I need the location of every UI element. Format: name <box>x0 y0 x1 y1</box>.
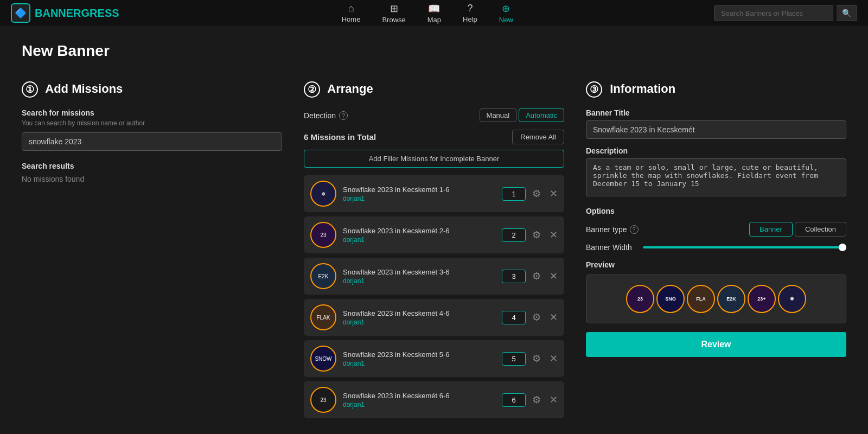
mission-author: dorjan1 <box>343 318 495 326</box>
mission-number-input[interactable] <box>502 270 526 283</box>
section1-num: ① <box>22 81 38 98</box>
automatic-button[interactable]: Automatic <box>519 108 564 122</box>
brand-name: BANNERGRESS <box>35 7 119 20</box>
results-label: Search results <box>22 162 282 170</box>
mission-remove-icon[interactable]: ✕ <box>550 229 558 241</box>
banner-type-row: Banner type ? Banner Collection <box>586 222 846 237</box>
banner-title-label: Banner Title <box>586 108 846 117</box>
mission-gear-icon[interactable]: ⚙ <box>532 353 541 365</box>
type-banner-button[interactable]: Banner <box>749 222 793 237</box>
section-information: ③ Information Banner Title Description O… <box>586 81 846 423</box>
mission-gear-icon[interactable]: ⚙ <box>532 394 541 406</box>
preview-thumb: 23 <box>626 285 654 313</box>
banner-type-buttons: Banner Collection <box>749 222 846 237</box>
banner-type-help-icon[interactable]: ? <box>630 225 639 234</box>
nav-map[interactable]: 📖 Map <box>427 3 441 24</box>
banner-width-slider[interactable] <box>643 246 846 248</box>
mission-number-input[interactable] <box>502 311 526 324</box>
remove-all-button[interactable]: Remove All <box>512 130 564 144</box>
mission-number-input[interactable] <box>502 187 526 201</box>
mission-author: dorjan1 <box>343 360 495 367</box>
section2-num: ② <box>304 81 320 98</box>
mission-name: Snowflake 2023 in Kecskemét 3-6 <box>343 268 495 276</box>
preview-thumb: FLA <box>687 285 715 313</box>
map-icon: 📖 <box>428 3 440 15</box>
nav-home[interactable]: ⌂ Home <box>342 3 361 24</box>
options-title: Options <box>586 207 846 215</box>
mission-thumb: SNOW <box>310 346 336 372</box>
mission-remove-icon[interactable]: ✕ <box>550 394 558 406</box>
mission-info: Snowflake 2023 in Kecskemét 3-6 dorjan1 <box>343 268 495 285</box>
nav-search-input[interactable] <box>714 5 833 21</box>
missions-count-row: 6 Missions in Total Remove All <box>304 130 564 144</box>
section3-heading: ③ Information <box>586 81 846 98</box>
section1-heading: ① Add Missions <box>22 81 282 98</box>
nav-help[interactable]: ? Help <box>463 3 477 24</box>
mission-item: 23 Snowflake 2023 in Kecskemét 2-6 dorja… <box>304 216 564 253</box>
arrange-top-row: Detection ? Manual Automatic <box>304 108 564 122</box>
missions-list: ❄ Snowflake 2023 in Kecskemét 1-6 dorjan… <box>304 175 564 418</box>
preview-thumb: SNO <box>656 285 685 313</box>
mission-number-input[interactable] <box>502 228 526 242</box>
nav-center: ⌂ Home ⊞ Browse 📖 Map ? Help ⊕ New <box>141 3 714 24</box>
browse-icon: ⊞ <box>390 3 398 15</box>
preview-thumb: 23+ <box>748 285 776 313</box>
nav-search-button[interactable]: 🔍 <box>837 5 857 21</box>
no-results-text: No missions found <box>22 175 282 183</box>
preview-thumb: ❄ <box>778 285 806 313</box>
mission-name: Snowflake 2023 in Kecskemét 1-6 <box>343 186 495 194</box>
mission-thumb: E2K <box>310 263 336 289</box>
description-label: Description <box>586 146 846 155</box>
mission-item: E2K Snowflake 2023 in Kecskemét 3-6 dorj… <box>304 258 564 295</box>
mission-gear-icon[interactable]: ⚙ <box>532 311 541 323</box>
mission-remove-icon[interactable]: ✕ <box>550 311 558 323</box>
mission-author: dorjan1 <box>343 195 495 202</box>
mission-thumb: 23 <box>310 387 336 413</box>
mission-number-input[interactable] <box>502 352 526 366</box>
mission-thumb: FLAK <box>310 304 336 330</box>
help-icon: ? <box>467 3 473 14</box>
nav-new[interactable]: ⊕ New <box>499 3 513 24</box>
mission-item: FLAK Snowflake 2023 in Kecskemét 4-6 dor… <box>304 299 564 336</box>
detection-label: Detection <box>304 111 336 120</box>
mission-author: dorjan1 <box>343 401 495 409</box>
search-label: Search for missions <box>22 108 282 117</box>
mission-gear-icon[interactable]: ⚙ <box>532 270 541 282</box>
mission-search-input[interactable] <box>22 132 282 151</box>
preview-section: Preview 23SNOFLAE2K23+❄ <box>586 260 846 323</box>
banner-width-row: Banner Width <box>586 243 846 252</box>
navbar: 🔷 BANNERGRESS ⌂ Home ⊞ Browse 📖 Map ? He… <box>0 0 868 26</box>
mission-name: Snowflake 2023 in Kecskemét 5-6 <box>343 350 495 359</box>
mission-thumb: ❄ <box>310 181 336 207</box>
mission-remove-icon[interactable]: ✕ <box>550 188 558 200</box>
mission-item: 23 Snowflake 2023 in Kecskemét 6-6 dorja… <box>304 381 564 418</box>
detection-help-icon[interactable]: ? <box>339 111 348 120</box>
mission-remove-icon[interactable]: ✕ <box>550 353 558 365</box>
mission-info: Snowflake 2023 in Kecskemét 4-6 dorjan1 <box>343 309 495 326</box>
mission-gear-icon[interactable]: ⚙ <box>532 229 541 241</box>
mission-gear-icon[interactable]: ⚙ <box>532 188 541 200</box>
banner-title-input[interactable] <box>586 120 846 139</box>
mission-info: Snowflake 2023 in Kecskemét 2-6 dorjan1 <box>343 227 495 244</box>
mission-thumb: 23 <box>310 222 336 248</box>
mission-item: SNOW Snowflake 2023 in Kecskemét 5-6 dor… <box>304 340 564 377</box>
mission-number-input[interactable] <box>502 393 526 407</box>
manual-button[interactable]: Manual <box>480 108 517 122</box>
mission-item: ❄ Snowflake 2023 in Kecskemét 1-6 dorjan… <box>304 175 564 212</box>
filler-missions-button[interactable]: Add Filler Missions for Incomplete Banne… <box>304 150 564 168</box>
nav-browse[interactable]: ⊞ Browse <box>382 3 405 24</box>
brand[interactable]: 🔷 BANNERGRESS <box>11 3 119 23</box>
mission-name: Snowflake 2023 in Kecskemét 2-6 <box>343 227 495 235</box>
section2-heading: ② Arrange <box>304 81 564 98</box>
type-collection-button[interactable]: Collection <box>795 222 846 237</box>
page-title: New Banner <box>22 42 846 60</box>
mission-remove-icon[interactable]: ✕ <box>550 270 558 282</box>
review-button[interactable]: Review <box>586 332 846 357</box>
mission-info: Snowflake 2023 in Kecskemét 5-6 dorjan1 <box>343 350 495 367</box>
description-textarea[interactable] <box>586 158 846 196</box>
preview-box: 23SNOFLAE2K23+❄ <box>586 275 846 323</box>
section3-num: ③ <box>586 81 602 98</box>
mission-name: Snowflake 2023 in Kecskemét 4-6 <box>343 309 495 317</box>
nav-search-area: 🔍 <box>714 5 857 21</box>
banner-type-label-area: Banner type ? <box>586 225 639 234</box>
